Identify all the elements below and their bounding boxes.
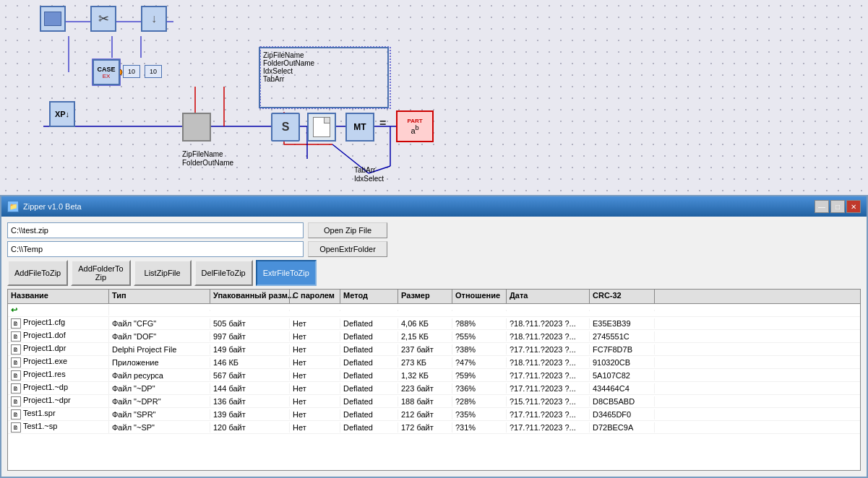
table-cell: 🗎Test1.~sp	[8, 421, 109, 433]
table-header: Название Тип Упакованный разм... С парол…	[8, 290, 860, 304]
table-cell: 505 байт	[210, 318, 290, 329]
del-file-button[interactable]: DelFileToZip	[194, 260, 253, 286]
table-cell: 144 байт	[210, 383, 290, 394]
param-idxselect: IdxSelect	[263, 67, 384, 75]
bottom-idxselect: IdxSelect	[354, 175, 384, 183]
table-cell: FC7F8D7B	[590, 344, 655, 355]
table-cell: ?18.?11.?2023 ?...	[507, 318, 590, 329]
close-button[interactable]: ✕	[846, 200, 861, 213]
table-cell: Файл "~SP"	[109, 422, 210, 433]
table-cell: Нет	[290, 409, 340, 420]
table-row[interactable]: 🗎Project1.dprDelphi Project File149 байт…	[8, 343, 860, 356]
window-icon: 📁	[7, 201, 19, 212]
table-cell: Файл "DOF"	[109, 331, 210, 342]
case-label: CASE	[97, 66, 115, 73]
file-table: Название Тип Упакованный разм... С парол…	[7, 289, 861, 471]
table-cell: 212 байт	[398, 409, 452, 420]
table-cell: ?38%	[452, 344, 507, 355]
param-tabarr: TabArr	[263, 75, 384, 83]
table-cell: 172 байт	[398, 422, 452, 433]
table-cell: Нет	[290, 331, 340, 342]
table-cell: 1,32 КБ	[398, 370, 452, 381]
doc-node	[307, 113, 336, 142]
file-icon: 🗎	[11, 422, 21, 433]
table-cell: 120 байт	[210, 422, 290, 433]
table-cell: 🗎Project1.~dpr	[8, 395, 109, 407]
extract-path-input[interactable]	[7, 241, 304, 257]
col-header-ratio: Отношение	[452, 290, 507, 303]
table-cell: 910320CB	[590, 357, 655, 368]
file-icon: 🗎	[11, 409, 21, 420]
table-cell: 136 байт	[210, 396, 290, 407]
table-cell: 🗎Project1.exe	[8, 356, 109, 368]
bottom-tabarr: TabArr	[354, 166, 375, 174]
minimize-button[interactable]: —	[815, 200, 829, 213]
file-icon: 🗎	[11, 370, 21, 381]
param-folderoutname: FolderOutName	[263, 59, 384, 67]
table-cell: Deflated	[340, 396, 398, 407]
list-zip-button[interactable]: ListZipFile	[134, 260, 192, 286]
table-cell: 🗎Test1.spr	[8, 408, 109, 420]
table-row[interactable]: 🗎Project1.dofФайл "DOF"997 байтНетDeflat…	[8, 330, 860, 343]
table-cell: Deflated	[340, 331, 398, 342]
table-cell: Нет	[290, 370, 340, 381]
file-icon: 🗎	[11, 344, 21, 355]
case-ex-label: EX	[103, 73, 111, 79]
table-row-back[interactable]: ↩	[8, 304, 860, 317]
num-node-1: 10	[123, 65, 140, 78]
table-body[interactable]: ↩ 🗎Project1.cfgФайл "CFG"505 байтНетDefl…	[8, 304, 860, 470]
node-1	[40, 6, 66, 32]
num-node-2: 10	[145, 65, 162, 78]
table-cell: E35E3B39	[590, 318, 655, 329]
zip-path-input[interactable]	[7, 222, 304, 238]
table-cell: ?18.?11.?2023 ?...	[507, 331, 590, 342]
table-cell: Deflated	[340, 370, 398, 381]
table-row[interactable]: 🗎Project1.exeПриложение146 КБНетDeflated…	[8, 356, 860, 369]
table-cell: 997 байт	[210, 331, 290, 342]
window-titlebar: 📁 Zipper v1.0 Beta — □ ✕	[1, 196, 867, 217]
table-cell: ?88%	[452, 318, 507, 329]
table-row[interactable]: 🗎Project1.~dprФайл "~DPR"136 байтНетDefl…	[8, 395, 860, 408]
table-cell: Deflated	[340, 409, 398, 420]
table-cell: 🗎Project1.~dp	[8, 382, 109, 394]
table-cell: ?59%	[452, 370, 507, 381]
table-cell: Приложение	[109, 357, 210, 368]
tool-buttons-row: AddFileToZip AddFolderTo Zip ListZipFile…	[7, 260, 861, 286]
col-header-method: Метод	[340, 290, 398, 303]
table-row[interactable]: 🗎Project1.resФайл ресурса567 байтНетDefl…	[8, 369, 860, 382]
table-cell: Нет	[290, 422, 340, 433]
table-cell: Нет	[290, 383, 340, 394]
add-file-button[interactable]: AddFileToZip	[7, 260, 68, 286]
mt-node: MT	[345, 113, 374, 142]
s-node: S	[271, 113, 300, 142]
table-cell: D3465DF0	[590, 409, 655, 420]
table-cell: 2745551C	[590, 331, 655, 342]
table-cell: Deflated	[340, 318, 398, 329]
extr-file-button[interactable]: ExtrFileToZip	[256, 260, 317, 286]
table-cell: Нет	[290, 318, 340, 329]
table-cell: Файл "SPR"	[109, 409, 210, 420]
col-header-packed: Упакованный разм...	[210, 290, 290, 303]
open-extract-button[interactable]: OpenExtrFolder	[308, 241, 387, 257]
table-cell: Нет	[290, 344, 340, 355]
zip-path-row: Open Zip File	[7, 222, 861, 238]
table-cell: 🗎Project1.cfg	[8, 317, 109, 329]
table-cell: Нет	[290, 396, 340, 407]
equals-sign: =	[379, 117, 386, 130]
zipper-window: 📁 Zipper v1.0 Beta — □ ✕ Open Zip File O…	[0, 195, 868, 478]
add-folder-button[interactable]: AddFolderTo Zip	[71, 260, 130, 286]
table-row[interactable]: 🗎Test1.~spФайл "~SP"120 байтНетDeflated1…	[8, 421, 860, 434]
table-cell: 4,06 КБ	[398, 318, 452, 329]
back-arrow: ↩	[8, 305, 109, 316]
table-row[interactable]: 🗎Project1.cfgФайл "CFG"505 байтНетDeflat…	[8, 317, 860, 330]
table-row[interactable]: 🗎Test1.sprФайл "SPR"139 байтНетDeflated2…	[8, 408, 860, 421]
table-row[interactable]: 🗎Project1.~dpФайл "~DP"144 байтНетDeflat…	[8, 382, 860, 395]
table-cell: Файл ресурса	[109, 370, 210, 381]
table-cell: Файл "~DPR"	[109, 396, 210, 407]
gray-node	[182, 113, 211, 142]
file-icon: 🗎	[11, 383, 21, 394]
extract-path-row: OpenExtrFolder	[7, 241, 861, 257]
open-zip-button[interactable]: Open Zip File	[308, 222, 387, 238]
maximize-button[interactable]: □	[830, 200, 845, 213]
table-cell: ?28%	[452, 396, 507, 407]
